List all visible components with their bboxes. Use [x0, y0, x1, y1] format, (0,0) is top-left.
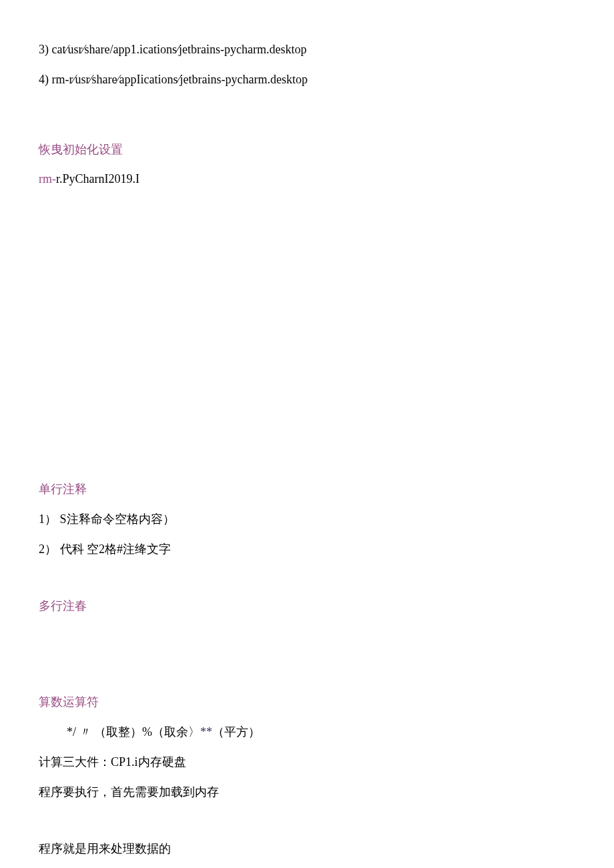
operator-square: （平方） [212, 725, 260, 739]
reset-heading-text: 恢曳初始化设置 [39, 143, 123, 156]
gap [39, 100, 575, 140]
operator-heading: 算数运算符 [39, 693, 575, 712]
reset-heading: 恢曳初始化设置 [39, 140, 575, 159]
program-exec-text: 程序要执行，首先需要加载到内存 [39, 785, 219, 799]
reset-command: rm-r.PyCharnI2019.I [39, 169, 575, 189]
operator-symbols-prefix: */ 〃 （取整）%（取余〉 [67, 725, 200, 739]
single-comment-heading: 单行注释 [39, 480, 575, 499]
reset-cmd-prefix: rm- [39, 172, 56, 185]
program-data-text: 程序就是用来处理数据的 [39, 842, 171, 855]
gap [39, 826, 575, 839]
sc-line1-text: 1） S注释命令空格内容） [39, 512, 175, 526]
sc-line2-text: 2） 代科 空2格#注绛文字 [39, 542, 171, 556]
multi-comment-heading: 多行注春 [39, 596, 575, 616]
reset-cmd-rest: r.PyCharnI2019.I [56, 172, 139, 185]
multi-comment-heading-text: 多行注春 [39, 599, 87, 612]
command-line-4: 4) rm-r⁄usr⁄share⁄appIications⁄jetbrains… [39, 70, 575, 89]
single-comment-line1: 1） S注释命令空格内容） [39, 510, 575, 529]
calc-parts: 计算三大件：CP1.i内存硬盘 [39, 753, 575, 772]
single-comment-heading-text: 单行注释 [39, 482, 87, 496]
gap [39, 813, 575, 826]
cmd4-text: 4) rm-r⁄usr⁄share⁄appIications⁄jetbrains… [39, 73, 308, 86]
operator-asterisk: ** [200, 725, 212, 739]
calc-parts-text: 计算三大件：CP1.i内存硬盘 [39, 755, 186, 769]
cmd3-text: 3) cat⁄usr⁄share/app1.ications⁄jetbrains… [39, 43, 306, 56]
program-exec: 程序要执行，首先需要加载到内存 [39, 783, 575, 802]
gap [39, 199, 575, 480]
operator-symbols: */ 〃 （取整）%（取余〉**（平方） [39, 723, 575, 742]
single-comment-line2: 2） 代科 空2格#注绛文字 [39, 540, 575, 559]
operator-heading-text: 算数运算符 [39, 695, 99, 709]
gap [39, 583, 575, 596]
gap [39, 570, 575, 583]
gap [39, 626, 575, 693]
command-line-3: 3) cat⁄usr⁄share/app1.ications⁄jetbrains… [39, 40, 575, 59]
program-data: 程序就是用来处理数据的 [39, 839, 575, 859]
